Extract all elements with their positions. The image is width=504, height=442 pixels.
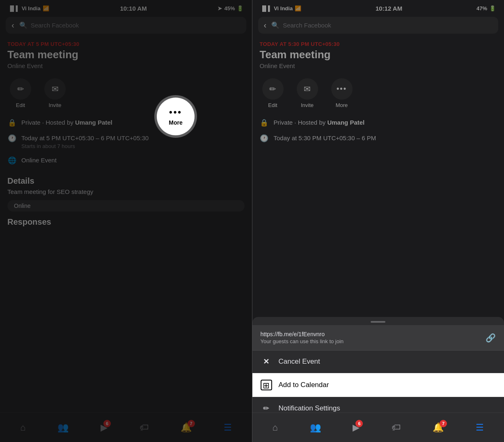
more-button-highlighted[interactable]: ••• More: [157, 98, 195, 135]
sheet-link-url: https://fb.me/e/1fEenvnro: [261, 331, 344, 337]
right-nav-bell[interactable]: 🔔 7: [428, 419, 448, 436]
right-nav-marketplace[interactable]: 🏷: [387, 419, 405, 436]
notification-settings-label: Notification Settings: [279, 404, 340, 412]
home-icon-right: ⌂: [272, 422, 277, 433]
cancel-event-item[interactable]: ✕ Cancel Event: [252, 351, 504, 373]
menu-icon-right: ☰: [476, 422, 484, 433]
friends-icon-right: 👥: [310, 422, 321, 433]
right-nav-friends[interactable]: 👥: [306, 419, 325, 436]
bell-badge-right: 7: [440, 420, 447, 427]
left-panel: ▐▌▌ Vi India 📶 10:10 AM ➤ 45% 🔋 ‹ 🔍 Sear…: [0, 0, 252, 442]
cancel-icon: ✕: [261, 357, 272, 366]
link-icon[interactable]: 🔗: [486, 333, 496, 343]
more-dots-icon: •••: [169, 107, 182, 118]
video-badge-right: 6: [355, 420, 363, 427]
right-nav-video[interactable]: ▶ 6: [348, 419, 364, 436]
sheet-handle: [371, 321, 385, 323]
right-panel: ▐▌▌ Vi India 📶 10:12 AM 47% 🔋 ‹ 🔍 Search…: [252, 0, 504, 442]
right-bottom-nav: ⌂ 👥 ▶ 6 🏷 🔔 7 ☰: [252, 412, 504, 442]
sheet-link-row[interactable]: https://fb.me/e/1fEenvnro Your guests ca…: [252, 325, 504, 351]
add-calendar-label: Add to Calendar: [279, 381, 329, 389]
left-overlay: [0, 0, 252, 442]
right-nav-home[interactable]: ⌂: [268, 419, 282, 436]
calendar-icon: ⊞: [261, 380, 272, 390]
notification-icon: ✏: [261, 404, 272, 413]
right-nav-menu[interactable]: ☰: [472, 419, 488, 436]
cancel-event-label: Cancel Event: [279, 358, 320, 366]
add-calendar-item[interactable]: ⊞ Add to Calendar: [252, 373, 504, 397]
sheet-link-content: https://fb.me/e/1fEenvnro Your guests ca…: [261, 331, 344, 344]
marketplace-icon-right: 🏷: [392, 422, 401, 433]
more-button-label: More: [169, 119, 182, 126]
sheet-link-sublabel: Your guests can use this link to join: [261, 338, 344, 344]
